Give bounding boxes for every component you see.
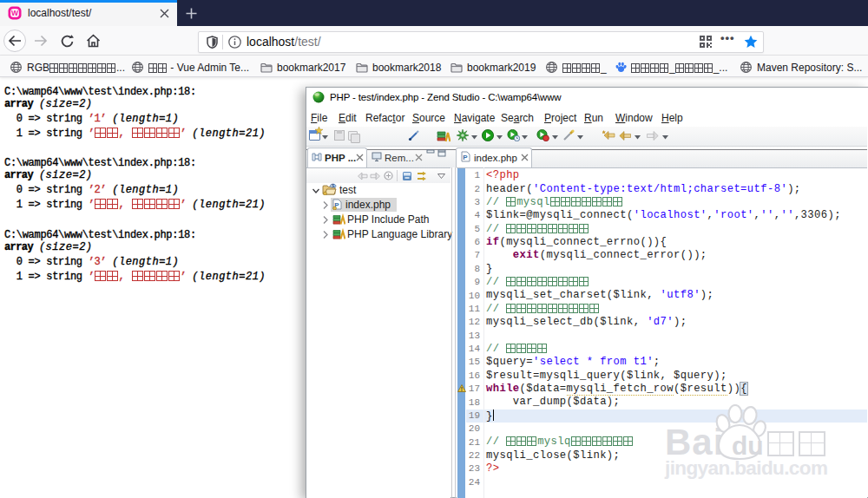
svg-text:P: P	[463, 154, 468, 161]
svg-text:W: W	[11, 9, 19, 17]
svg-text:S: S	[332, 184, 334, 188]
